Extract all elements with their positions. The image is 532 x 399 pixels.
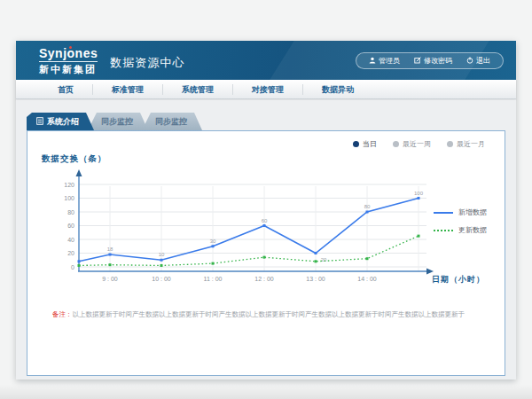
filter-option-today[interactable]: 当日 bbox=[353, 139, 377, 149]
svg-text:60: 60 bbox=[67, 223, 74, 229]
tab-sync-monitor-2[interactable]: 同步监控 bbox=[142, 113, 202, 130]
change-password-label: 修改密码 bbox=[424, 56, 452, 66]
svg-text:60: 60 bbox=[262, 218, 268, 223]
nav-item-standard-mgmt[interactable]: 标准管理 bbox=[93, 80, 162, 99]
line-chart: 0204060801001209 : 0010 : 0011 : 0012 : … bbox=[45, 167, 489, 291]
change-password-button[interactable]: 修改密码 bbox=[407, 55, 459, 66]
tab-system-intro[interactable]: 系统介绍 bbox=[27, 113, 94, 130]
user-label: 管理员 bbox=[379, 56, 400, 66]
filter-option-last-week[interactable]: 最近一周 bbox=[393, 139, 431, 149]
svg-text:20: 20 bbox=[67, 250, 74, 256]
filter-option-last-month[interactable]: 最近一月 bbox=[447, 139, 485, 149]
logout-button[interactable]: 退出 bbox=[459, 55, 497, 66]
filter-label: 最近一周 bbox=[403, 139, 431, 149]
nav-item-data-changes[interactable]: 数据异动 bbox=[303, 80, 372, 99]
date-range-filter: 当日 最近一周 最近一月 bbox=[353, 139, 485, 149]
filter-label: 当日 bbox=[363, 139, 377, 149]
svg-text:18: 18 bbox=[107, 246, 113, 252]
chart-y-axis-title: 数据交换（条） bbox=[42, 153, 107, 165]
svg-text:日期（小时）: 日期（小时） bbox=[432, 275, 485, 284]
user-icon bbox=[369, 57, 376, 64]
nav-item-home[interactable]: 首页 bbox=[39, 80, 92, 99]
svg-text:30: 30 bbox=[210, 239, 216, 244]
tab-bar: 系统介绍 同步监控 同步监控 bbox=[27, 113, 202, 130]
radio-unselected-icon bbox=[393, 141, 399, 147]
legend-label: 新增数据 bbox=[458, 207, 487, 217]
logout-label: 退出 bbox=[476, 56, 490, 66]
browser-canvas: Synjones 新中新集团 数据资源中心 管理员 修改密码 退出 bbox=[0, 0, 532, 399]
legend-label: 更新数据 bbox=[458, 225, 487, 235]
svg-text:40: 40 bbox=[67, 237, 74, 243]
content-area: 系统介绍 同步监控 同步监控 当日 最近一周 bbox=[16, 100, 516, 379]
solid-line-icon bbox=[434, 212, 453, 214]
brand-logo: Synjones 新中新集团 bbox=[39, 47, 98, 74]
tab-label: 同步监控 bbox=[101, 116, 133, 128]
content-panel: 当日 最近一周 最近一月 数据交换（条） 0204060801001209 : … bbox=[27, 130, 505, 376]
svg-text:80: 80 bbox=[364, 204, 371, 209]
svg-text:0: 0 bbox=[71, 264, 74, 270]
svg-text:120: 120 bbox=[64, 182, 74, 188]
tab-label: 同步监控 bbox=[155, 116, 187, 128]
legend-item-updated-data: 更新数据 bbox=[434, 225, 487, 235]
chart-legend: 新增数据 更新数据 bbox=[434, 207, 487, 243]
document-icon bbox=[36, 117, 43, 127]
tab-label: 系统介绍 bbox=[47, 116, 79, 128]
user-toolbar: 管理员 修改密码 退出 bbox=[356, 52, 504, 69]
logo-accent-dot bbox=[69, 46, 72, 49]
nav-item-system-mgmt[interactable]: 系统管理 bbox=[163, 80, 232, 99]
radio-unselected-icon bbox=[447, 141, 453, 147]
legend-item-new-data: 新增数据 bbox=[434, 207, 487, 217]
footnote: 备注：以上数据更新于时间产生数据以上数据更新于时间产生数据以上数据更新于时间产生… bbox=[52, 310, 490, 319]
main-nav: 首页 标准管理 系统管理 对接管理 数据异动 bbox=[16, 80, 516, 99]
svg-text:12 : 00: 12 : 00 bbox=[254, 276, 274, 282]
svg-text:11 : 00: 11 : 00 bbox=[204, 276, 223, 282]
page-title: 数据资源中心 bbox=[110, 55, 184, 71]
svg-text:100: 100 bbox=[414, 191, 424, 196]
nav-item-integration-mgmt[interactable]: 对接管理 bbox=[233, 80, 302, 99]
dotted-line-icon bbox=[434, 230, 453, 231]
current-user-button[interactable]: 管理员 bbox=[362, 55, 407, 66]
edit-icon bbox=[414, 57, 421, 64]
filter-label: 最近一月 bbox=[457, 139, 485, 149]
svg-text:100: 100 bbox=[64, 195, 74, 201]
footnote-label: 备注： bbox=[52, 310, 73, 318]
tab-sync-monitor-1[interactable]: 同步监控 bbox=[88, 113, 148, 130]
footnote-text: 以上数据更新于时间产生数据以上数据更新于时间产生数据以上数据更新于时间产生数据以… bbox=[73, 310, 466, 318]
svg-text:10: 10 bbox=[159, 252, 165, 257]
power-icon bbox=[466, 57, 473, 64]
app-header: Synjones 新中新集团 数据资源中心 管理员 修改密码 退出 bbox=[16, 41, 516, 80]
radio-selected-icon bbox=[353, 141, 359, 147]
logo-text-cn: 新中新集团 bbox=[39, 61, 98, 74]
logo-text-en: Synjones bbox=[39, 47, 98, 59]
svg-text:10 : 00: 10 : 00 bbox=[152, 276, 171, 282]
app-window: Synjones 新中新集团 数据资源中心 管理员 修改密码 退出 bbox=[16, 41, 516, 379]
svg-text:80: 80 bbox=[67, 209, 74, 215]
svg-text:13 : 00: 13 : 00 bbox=[306, 276, 325, 282]
svg-text:14 : 00: 14 : 00 bbox=[357, 276, 377, 282]
svg-text:9 : 00: 9 : 00 bbox=[102, 276, 118, 282]
